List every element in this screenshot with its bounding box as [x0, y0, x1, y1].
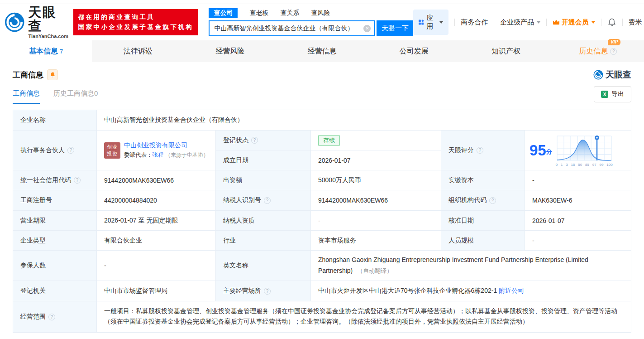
table-subrow: 成立日期 2026-01-07: [216, 150, 441, 170]
score-unit: 分: [546, 148, 552, 156]
menu-divider: [601, 19, 601, 26]
score-value: 95 分: [525, 131, 631, 170]
excel-icon: [601, 91, 608, 98]
score-distribution-chart: 01 315 5085 9799 100: [556, 134, 613, 167]
search-area: 查公司 查老板 查关系 查风险 ✕ 天眼一下: [209, 8, 413, 36]
establish-date-label: 成立日期: [216, 150, 311, 170]
company-name-value: 中山高新智光创业投资基金合伙企业（有限合伙）: [97, 110, 631, 131]
export-button[interactable]: 导出: [594, 86, 631, 102]
chevron-down-icon: [592, 21, 595, 24]
tab-history-info[interactable]: 历史信息 VIP ?: [552, 40, 644, 62]
rep-source: （来源于中基协）: [165, 152, 208, 158]
help-icon[interactable]: ?: [264, 197, 271, 204]
taxpayer-quality-label: 纳税人资质: [216, 211, 311, 231]
search-tab-relation[interactable]: 查关系: [280, 8, 299, 18]
help-icon[interactable]: ?: [251, 137, 258, 144]
approval-date-value: 2026-01-07: [525, 211, 631, 231]
help-icon[interactable]: ?: [67, 147, 74, 154]
user-name-label: 费米: [628, 18, 642, 27]
taxpayer-quality-value: -: [311, 211, 441, 231]
tab-operating-info[interactable]: 经营信息: [276, 40, 368, 62]
enterprise-products-menu[interactable]: 企业级产品: [500, 18, 540, 27]
menu-divider: [494, 19, 494, 26]
nearby-companies-link[interactable]: 附近公司: [499, 287, 524, 295]
menu-divider: [546, 19, 547, 26]
search-tab-boss[interactable]: 查老板: [249, 8, 268, 18]
insured-count-value: -: [97, 251, 216, 281]
user-account-menu[interactable]: 费米: [628, 18, 644, 27]
brand-slogan-banner: 都在用的商业查询工具 国家中小企业发展子基金旗下机构: [73, 9, 198, 35]
help-icon[interactable]: ?: [74, 177, 81, 184]
bell-icon: [607, 17, 616, 27]
crown-icon: [553, 19, 560, 25]
tab-basic-info-label: 基本信息: [29, 47, 58, 56]
table-row: 统一社会信用代码? 91442000MAK630EW66 出资额 50000万人…: [13, 170, 631, 190]
help-icon[interactable]: ?: [48, 314, 55, 320]
app-grid-icon: [419, 19, 424, 26]
notification-bell[interactable]: [607, 17, 616, 27]
tab-legal-proceedings[interactable]: 法律诉讼: [92, 40, 184, 62]
tab-legal-proceedings-label: 法律诉讼: [124, 47, 153, 56]
logo-text-cn: 天眼查: [28, 5, 69, 33]
org-code-label: 组织机构代码?: [441, 190, 525, 211]
taxpayer-id-value: 91442000MAK630EW66: [311, 190, 441, 211]
rep-name-link[interactable]: 张程: [153, 152, 164, 158]
search-button[interactable]: 天眼一下: [377, 20, 413, 36]
search-input[interactable]: [214, 25, 363, 32]
business-address-value: 中山市火炬开发区中山港大道70号张企科技企业孵化器6栋202-1 附近公司: [311, 281, 631, 301]
apps-menu[interactable]: 应用: [413, 10, 448, 35]
help-icon[interactable]: ?: [264, 288, 271, 295]
status-badge: 存续: [318, 135, 340, 146]
help-icon[interactable]: ?: [489, 197, 496, 204]
logo-text-en: TianYanCha.com: [28, 34, 69, 39]
table-row: 工商注册号 442000004884020 纳税人识别号? 91442000MA…: [13, 190, 631, 211]
partner-company-link[interactable]: 中山创业投资有限公司: [124, 141, 208, 150]
table-row: 执行事务合伙人 ? 创业投资 中山创业投资有限公司 委派代表：张程 （来源于中基…: [13, 131, 631, 170]
tab-company-development-label: 公司发展: [400, 47, 429, 56]
watermark-label: 天眼查: [606, 69, 631, 81]
monitor-bell-button[interactable]: [47, 69, 58, 80]
open-membership-menu[interactable]: 开通会员: [553, 18, 595, 27]
search-tab-risk[interactable]: 查风险: [311, 8, 330, 18]
subtab-business-info[interactable]: 工商信息: [13, 89, 40, 104]
company-type-label: 企业类型: [13, 231, 97, 251]
tab-company-development[interactable]: 公司发展: [368, 40, 460, 62]
tab-history-info-label: 历史信息: [579, 47, 608, 56]
company-section-tabs: 基本信息 7 法律诉讼 经营风险 经营信息 公司发展 知识产权 历史信息 VIP…: [0, 40, 644, 62]
vip-badge: VIP: [608, 39, 620, 45]
reg-status-value: 存续: [311, 131, 441, 150]
rep-label: 委派代表：: [124, 152, 153, 158]
business-cooperation-link[interactable]: 商务合作: [461, 18, 488, 27]
tab-basic-info[interactable]: 基本信息 7: [0, 40, 92, 62]
search-tab-company[interactable]: 查公司: [209, 8, 238, 18]
header-menu: 应用 商务合作 企业级产品 开通会员 费米: [413, 10, 644, 35]
reg-status-label: 登记状态 ?: [216, 131, 311, 150]
tianyancha-logo-icon: [593, 70, 603, 80]
subtab-history-business-info[interactable]: 历史工商信息0: [53, 89, 98, 104]
bell-icon: [50, 72, 56, 78]
tianyancha-logo[interactable]: 天眼查 TianYanCha.com: [5, 5, 69, 39]
help-icon[interactable]: ?: [610, 48, 617, 55]
tab-operating-risk[interactable]: 经营风险: [184, 40, 276, 62]
table-row: 参保人数 - 英文名称 Zhongshan Gaoxin Zhiguang En…: [13, 251, 631, 281]
slogan-line-2: 国家中小企业发展子基金旗下机构: [78, 22, 193, 32]
search-category-tabs: 查公司 查老板 查关系 查风险: [209, 8, 413, 18]
chevron-down-icon: [439, 21, 443, 24]
company-name-label: 企业名称: [13, 110, 97, 131]
help-icon[interactable]: ?: [477, 147, 483, 154]
auto-translate-note: （自动翻译）: [357, 267, 392, 274]
business-cooperation-label: 商务合作: [461, 18, 488, 27]
business-scope-value: 一般项目：私募股权投资基金管理、创业投资基金管理服务（须在中国证券投资基金业协会…: [97, 301, 631, 332]
tianyancha-logo-icon: [5, 12, 24, 33]
reg-authority-label: 登记机关: [13, 281, 97, 301]
executive-partner-value: 创业投资 中山创业投资有限公司 委派代表：张程 （来源于中基协）: [97, 131, 216, 170]
tab-intellectual-property[interactable]: 知识产权: [460, 40, 552, 62]
clear-search-icon[interactable]: ✕: [363, 25, 371, 32]
partner-type-badge: 创业投资: [104, 142, 120, 159]
reg-authority-value: 中山市市场监督管理局: [97, 281, 216, 301]
menu-divider: [454, 19, 455, 26]
table-row: 经营范围? 一般项目：私募股权投资基金管理、创业投资基金管理服务（须在中国证券投…: [13, 301, 631, 332]
industry-label: 行业: [216, 231, 311, 251]
capital-label: 出资额: [216, 170, 311, 190]
reg-number-label: 工商注册号: [13, 190, 97, 211]
